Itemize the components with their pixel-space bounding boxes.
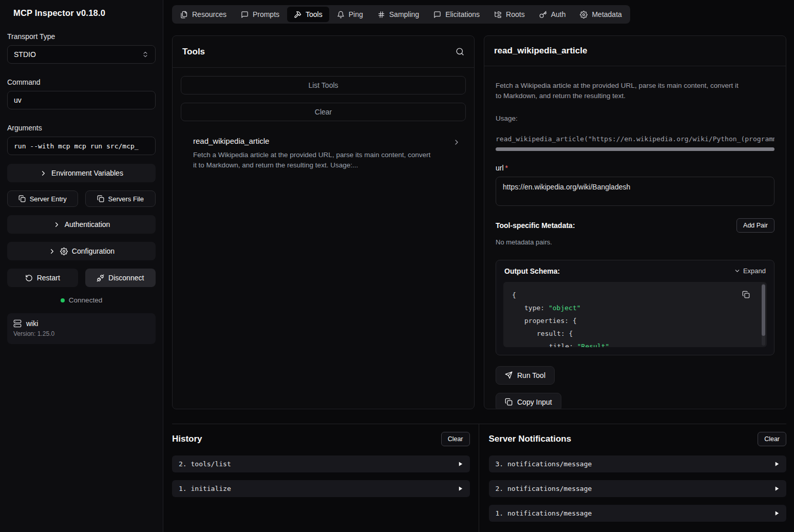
tools-panel-body: List Tools Clear read_wikipedia_article … (173, 68, 474, 184)
metadata-label: Tool-specific Metadata: (496, 221, 575, 230)
notification-item[interactable]: 1. notifications/message (489, 505, 787, 522)
chevron-right-icon (48, 248, 56, 255)
files-icon (180, 11, 188, 18)
tool-detail-description: Fetch a Wikipedia article at the provide… (496, 81, 741, 102)
tab-auth[interactable]: Auth (533, 7, 573, 22)
tool-detail-body: Fetch a Wikipedia article at the provide… (484, 66, 786, 409)
search-icon[interactable] (456, 47, 464, 56)
top-tab-bar: Resources Prompts Tools Ping Sampling El… (172, 5, 630, 24)
bell-icon (337, 11, 345, 18)
history-header: History Clear (172, 432, 470, 446)
list-tools-button[interactable]: List Tools (181, 76, 466, 94)
server-entry-button[interactable]: Server Entry (7, 191, 78, 207)
clear-tools-button[interactable]: Clear (181, 103, 466, 121)
add-pair-button[interactable]: Add Pair (736, 218, 774, 233)
notification-item[interactable]: 2. notifications/message (489, 480, 787, 497)
tab-sampling[interactable]: Sampling (371, 7, 426, 22)
connection-actions-row: Restart Disconnect (7, 269, 156, 287)
tool-list-item[interactable]: read_wikipedia_article Fetch a Wikipedia… (181, 131, 466, 176)
tool-detail-header: read_wikipedia_article (484, 36, 786, 66)
tab-prompts[interactable]: Prompts (234, 7, 286, 22)
sidebar: MCP Inspector v0.18.0 Transport Type STD… (0, 0, 163, 532)
notifications-header: Server Notifications Clear (489, 432, 787, 446)
hash-icon (377, 11, 385, 18)
message-square-icon (433, 11, 441, 18)
restart-button[interactable]: Restart (7, 269, 78, 287)
tool-detail-panel: read_wikipedia_article Fetch a Wikipedia… (484, 35, 786, 409)
tools-panel-title: Tools (182, 47, 205, 57)
tab-ping[interactable]: Ping (330, 7, 370, 22)
arguments-input[interactable] (7, 137, 156, 155)
chevrons-up-down-icon (142, 51, 149, 58)
connection-status-label: Connected (69, 296, 102, 304)
play-icon (774, 510, 780, 516)
command-field: Command (7, 78, 156, 109)
tab-tools[interactable]: Tools (287, 7, 329, 22)
horizontal-scrollbar[interactable] (496, 147, 774, 151)
tab-resources[interactable]: Resources (174, 7, 233, 22)
command-input[interactable] (7, 91, 156, 109)
required-marker: * (505, 164, 508, 172)
transport-label: Transport Type (7, 32, 156, 41)
configuration-button[interactable]: Configuration (7, 242, 156, 260)
metadata-empty-text: No metadata pairs. (496, 238, 774, 246)
schema-code-line: title: "Result" (512, 340, 746, 347)
schema-code-line: { (512, 289, 746, 301)
server-version: Version: 1.25.0 (13, 330, 149, 337)
copy-schema-icon[interactable] (742, 291, 750, 298)
key-icon (539, 11, 547, 18)
app-root: MCP Inspector v0.18.0 Transport Type STD… (0, 0, 794, 532)
arguments-label: Arguments (7, 124, 156, 132)
output-schema-label: Output Schema: (504, 267, 560, 275)
send-icon (505, 371, 513, 379)
schema-code-line: type: "object" (512, 301, 746, 314)
tab-metadata[interactable]: Metadata (573, 7, 628, 22)
message-square-icon (241, 11, 249, 18)
tab-elicitations[interactable]: Elicitations (427, 7, 486, 22)
copy-icon (97, 195, 104, 202)
servers-file-button[interactable]: Servers File (85, 191, 156, 207)
notification-item[interactable]: 3. notifications/message (489, 455, 787, 472)
server-info-card: wiki Version: 1.25.0 (7, 313, 156, 344)
scrollbar-thumb[interactable] (762, 284, 765, 336)
unplug-icon (97, 274, 104, 282)
clear-history-button[interactable]: Clear (441, 432, 470, 446)
copy-input-button[interactable]: Copy Input (496, 393, 561, 410)
url-input[interactable]: https://en.wikipedia.org/wiki/Bangladesh (496, 177, 774, 206)
history-title: History (172, 434, 202, 444)
schema-code-line: result: { (512, 327, 746, 340)
output-schema-card: Output Schema: Expand { type: "object" p… (496, 260, 774, 355)
gear-icon (60, 248, 68, 255)
transport-field: Transport Type STDIO (7, 32, 156, 64)
vertical-scrollbar[interactable] (762, 283, 765, 346)
usage-code: read_wikipedia_article("https://en.wikip… (496, 135, 774, 143)
tab-roots[interactable]: Roots (487, 7, 532, 22)
environment-variables-button[interactable]: Environment Variables (7, 164, 156, 182)
restart-icon (25, 274, 33, 282)
tools-list-panel: Tools List Tools Clear read_wikipedia_ar… (172, 35, 475, 409)
play-icon (458, 461, 463, 467)
bottom-section: History Clear 2. tools/list 1. initializ… (172, 424, 786, 532)
output-schema-header: Output Schema: Expand (503, 267, 767, 275)
clear-notifications-button[interactable]: Clear (758, 432, 786, 446)
disconnect-button[interactable]: Disconnect (85, 269, 156, 287)
chevron-right-icon (53, 221, 61, 229)
folder-tree-icon (494, 11, 502, 18)
play-icon (458, 486, 463, 491)
schema-code-block: { type: "object" properties: { result: {… (503, 282, 767, 347)
tool-description: Fetch a Wikipedia article at the provide… (193, 150, 433, 171)
history-item[interactable]: 1. initialize (172, 480, 470, 497)
history-item[interactable]: 2. tools/list (172, 455, 470, 472)
tools-panel-header: Tools (173, 36, 474, 68)
authentication-button[interactable]: Authentication (7, 215, 156, 234)
run-tool-button[interactable]: Run Tool (496, 366, 555, 385)
expand-schema-button[interactable]: Expand (734, 267, 766, 275)
transport-select[interactable]: STDIO (7, 45, 156, 64)
metadata-row: Tool-specific Metadata: Add Pair (496, 218, 774, 233)
entry-file-row: Server Entry Servers File (7, 191, 156, 207)
schema-code-line: properties: { (512, 314, 746, 327)
tool-name: read_wikipedia_article (193, 137, 452, 145)
server-name: wiki (26, 319, 38, 328)
copy-icon (505, 398, 513, 406)
chevron-right-icon (452, 138, 461, 146)
